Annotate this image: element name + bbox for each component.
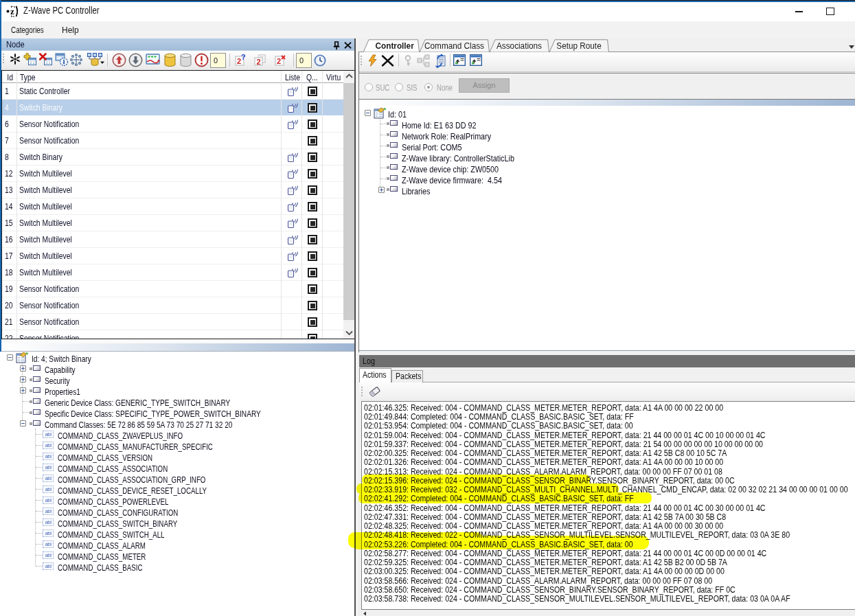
- svg-text:2: 2: [257, 58, 261, 66]
- svg-text:z: z: [10, 6, 14, 16]
- svg-text:2: 2: [277, 57, 281, 65]
- svg-text:?: ?: [241, 54, 246, 61]
